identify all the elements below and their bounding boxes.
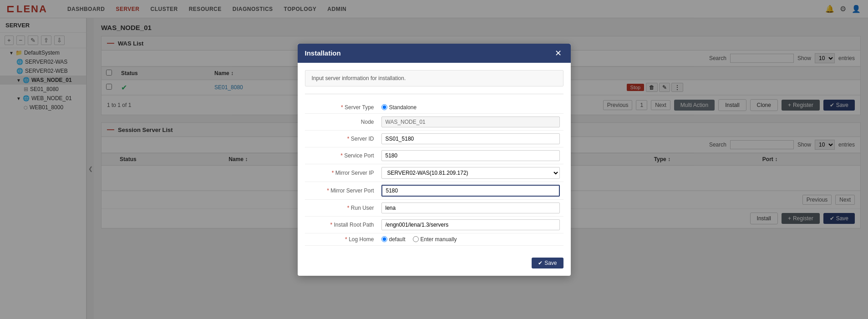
modal-header: Installation ✕ [298, 44, 571, 63]
installation-modal: Installation ✕ Input server information … [298, 44, 571, 276]
server-type-standalone-text: Standalone [389, 104, 417, 111]
service-port-input[interactable] [381, 150, 560, 161]
modal-footer: ✔ Save [298, 253, 571, 276]
log-home-default-text: default [389, 236, 406, 243]
install-path-input[interactable] [381, 219, 560, 230]
form-row-mirror-ip: Mirror Server IP SERVER02-WAS(10.81.209.… [305, 164, 563, 182]
form-row-log-home: Log Home default Enter manually [305, 233, 563, 245]
mirror-port-value-cell [378, 182, 563, 199]
node-label: Node [305, 113, 378, 130]
modal-save-btn[interactable]: ✔ Save [532, 258, 563, 268]
log-home-value-cell: default Enter manually [378, 233, 563, 245]
log-home-default-radio[interactable] [381, 236, 387, 242]
log-home-manual-text: Enter manually [421, 236, 457, 243]
run-user-value-cell [378, 199, 563, 216]
log-home-radio-group: default Enter manually [381, 236, 560, 243]
run-user-label: Run User [305, 199, 378, 216]
install-path-value-cell [378, 216, 563, 233]
install-path-label: Install Root Path [305, 216, 378, 233]
form-row-node: Node [305, 113, 563, 130]
server-type-radio-group: Standalone [381, 104, 560, 111]
mirror-port-input[interactable] [381, 185, 560, 197]
mirror-ip-select[interactable]: SERVER02-WAS(10.81.209.172) [381, 167, 560, 179]
server-type-standalone-radio[interactable] [381, 104, 387, 110]
node-input [381, 116, 560, 127]
service-port-label: Service Port [305, 147, 378, 164]
form-row-install-path: Install Root Path [305, 216, 563, 233]
server-id-label: Server ID [305, 130, 378, 147]
server-type-value: Standalone [378, 101, 563, 114]
mirror-port-label: Mirror Server Port [305, 182, 378, 199]
modal-close-btn[interactable]: ✕ [553, 49, 563, 57]
form-row-server-type: Server Type Standalone [305, 101, 563, 114]
modal-overlay: Installation ✕ Input server information … [0, 0, 868, 319]
mirror-ip-label: Mirror Server IP [305, 164, 378, 182]
server-id-value-cell [378, 130, 563, 147]
form-row-server-id: Server ID [305, 130, 563, 147]
log-home-label: Log Home [305, 233, 378, 245]
modal-title: Installation [305, 49, 341, 57]
service-port-value-cell [378, 147, 563, 164]
log-home-manual-radio[interactable] [413, 236, 419, 242]
modal-body: Input server information for installatio… [298, 63, 571, 253]
mirror-ip-value-cell: SERVER02-WAS(10.81.209.172) [378, 164, 563, 182]
form-table: Server Type Standalone Node [305, 101, 563, 246]
form-row-mirror-port: Mirror Server Port [305, 182, 563, 199]
run-user-input[interactable] [381, 203, 560, 213]
modal-info: Input server information for installatio… [305, 70, 563, 86]
modal-save-check-icon: ✔ [538, 260, 543, 266]
server-type-standalone-label[interactable]: Standalone [381, 104, 417, 111]
form-row-run-user: Run User [305, 199, 563, 216]
modal-divider [305, 94, 563, 94]
node-value-cell [378, 113, 563, 130]
server-id-input[interactable] [381, 133, 560, 144]
log-home-manual-label[interactable]: Enter manually [413, 236, 457, 243]
modal-save-label: Save [544, 260, 557, 266]
form-row-service-port: Service Port [305, 147, 563, 164]
server-type-label: Server Type [305, 101, 378, 114]
log-home-default-label[interactable]: default [381, 236, 406, 243]
